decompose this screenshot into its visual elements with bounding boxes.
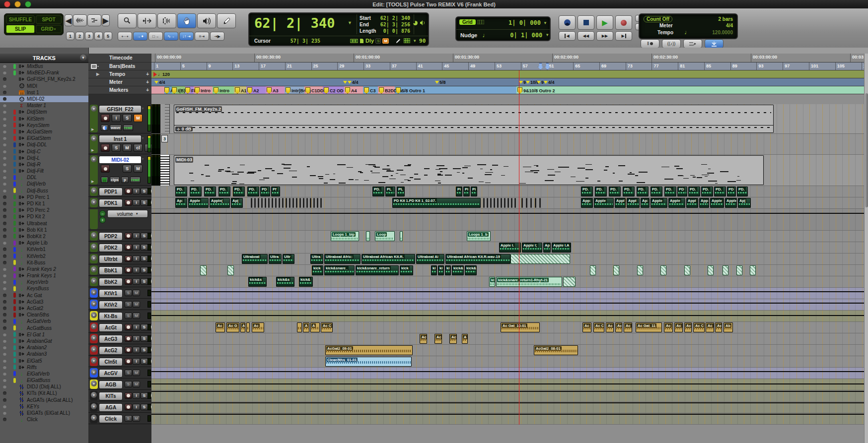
grid-value-icon[interactable] — [404, 38, 410, 43]
timeline-insertion-icon[interactable] — [350, 39, 358, 43]
lane-kits[interactable] — [151, 390, 864, 402]
track-I-button[interactable]: I — [133, 199, 140, 206]
clip-icon[interactable] — [360, 38, 364, 44]
tracklist-item[interactable]: AcGatStem — [0, 128, 88, 135]
track-name-box[interactable]: Ultrbt — [99, 255, 123, 263]
clip[interactable]: Ac — [684, 322, 692, 332]
track-visibility-dot[interactable] — [3, 398, 6, 402]
tracklist-item[interactable]: AcGat3 — [0, 299, 88, 305]
tracklist-item[interactable]: PD Perc 2 — [0, 207, 88, 213]
clip[interactable]: kick — [400, 265, 413, 275]
collapse-chevron-icon[interactable]: ▼ — [91, 278, 97, 284]
midi-event-bar[interactable] — [251, 198, 252, 208]
zoom-out-arrow-button[interactable]: ◀ — [65, 14, 72, 26]
clip[interactable]: Ap: — [641, 198, 650, 208]
zoom-preset-2[interactable]: 2 — [75, 32, 84, 40]
pencil-tool-button[interactable] — [217, 13, 236, 28]
midi-event-bar[interactable] — [497, 198, 499, 208]
track-I-button[interactable]: I — [112, 114, 121, 122]
lane-acg3[interactable]: AcAcAcA — [151, 333, 864, 345]
track-visibility-dot[interactable] — [3, 313, 6, 316]
midi-event-bar[interactable] — [282, 198, 284, 208]
bars-ruler[interactable]: 1591317212529333741454953576165697377818… — [151, 63, 864, 70]
track-visibility-dot[interactable] — [3, 346, 6, 349]
track-I-button[interactable]: I — [133, 255, 140, 262]
track-cl-button[interactable]: cl — [134, 144, 143, 152]
tracklist-item[interactable]: Ac Gat — [0, 292, 88, 299]
clip[interactable]: A — [462, 334, 468, 344]
track-record-button[interactable] — [101, 114, 110, 122]
clip[interactable]: Ac — [615, 322, 622, 332]
track-I-button[interactable]: I — [133, 278, 140, 285]
clip-volume-line[interactable] — [174, 125, 773, 126]
clip[interactable]: kick&snare_ — [324, 265, 355, 275]
end-value[interactable]: 62| 3| 256 — [379, 21, 410, 28]
clip[interactable]: PD. — [204, 187, 216, 196]
tracklist-item[interactable]: ↓KitVerb1 — [0, 246, 88, 253]
clip[interactable]: PD. — [714, 187, 726, 196]
length-value[interactable]: 0| 0| 876 — [379, 28, 410, 34]
tracks-panel-menu-button[interactable]: ▼ — [80, 55, 86, 61]
tracklist-item[interactable]: Inst 1 — [0, 89, 88, 96]
track-visibility-dot[interactable] — [3, 385, 6, 388]
memory-marker[interactable]: Intro — [214, 87, 229, 94]
track-visibility-dot[interactable] — [3, 300, 6, 304]
mute-badge[interactable]: M — [382, 38, 389, 44]
collapse-chevron-icon[interactable]: ▼ — [91, 255, 97, 261]
collapse-chevron-icon[interactable]: ▼ — [91, 266, 97, 272]
track-visibility-dot[interactable] — [3, 222, 6, 225]
tracklist-item[interactable]: BobKit 2 — [0, 233, 88, 240]
clip[interactable]: Loops 1_bip — [331, 231, 359, 241]
clip[interactable]: kick&s — [248, 277, 267, 287]
tracklist-item[interactable]: Didj-Filt — [0, 168, 88, 174]
midi-event-bar[interactable] — [487, 198, 488, 208]
tracklist-item[interactable]: DidjStem — [0, 109, 88, 115]
clip[interactable] — [660, 265, 666, 275]
tracklist-item[interactable]: PD Perc 1 — [0, 194, 88, 200]
tracklist-item[interactable]: ↓Kit-Buss — [0, 259, 88, 266]
fast-forward-button[interactable]: ▶▶ — [596, 31, 613, 41]
tracklist-item[interactable]: Ultrabeat — [0, 220, 88, 227]
track-visibility-dot[interactable] — [3, 91, 6, 94]
edit-mode-slip[interactable]: SLIP — [6, 25, 35, 33]
track-record-button[interactable] — [101, 144, 110, 152]
track-read-button[interactable]: read — [130, 177, 141, 183]
clip[interactable]: PD. — [651, 187, 662, 196]
main-counter-dropdown[interactable]: ▼ — [348, 20, 352, 25]
meter-event[interactable]: 4/4 — [154, 80, 165, 85]
clip[interactable] — [400, 231, 403, 241]
tracklist-item[interactable]: ΣMaster 1 — [0, 102, 88, 109]
midi-event-bar[interactable] — [494, 198, 495, 208]
clip[interactable]: Ultrabeat African Kit.R.wav-19 — [445, 254, 510, 264]
edit-mode-grid[interactable]: GRID ▼ — [36, 25, 62, 33]
track-M-button[interactable]: M — [134, 165, 143, 173]
track-I-button[interactable]: I — [133, 324, 140, 330]
track-visibility-dot[interactable] — [3, 77, 6, 81]
track-visibility-dot[interactable] — [3, 130, 6, 133]
tracklist-item[interactable]: GoFISH_FM_Key2s.2 — [0, 76, 88, 82]
track-visibility-dot[interactable] — [3, 182, 6, 186]
clip[interactable]: ki — [431, 265, 437, 275]
clip[interactable]: Ac C — [593, 322, 604, 332]
grid-icon[interactable] — [477, 20, 484, 24]
clip[interactable]: PD. — [218, 187, 230, 196]
tracklist-item[interactable]: PD Kit 1 — [0, 200, 88, 207]
track-record-button[interactable] — [125, 404, 132, 410]
track-S-button[interactable]: S — [123, 165, 132, 173]
track-visibility-dot[interactable] — [3, 287, 6, 290]
grid-value-dropdown[interactable]: ▼ — [413, 39, 417, 43]
meter-ruler[interactable]: 4/44/45/8910/894/4 — [151, 78, 864, 86]
tracklist-item[interactable]: AcGat2 — [0, 305, 88, 312]
track-record-button[interactable] — [125, 335, 132, 342]
tracklist-item[interactable]: Apple Lib — [0, 240, 88, 246]
playlist-arrow-icon[interactable]: ▶ — [91, 127, 94, 131]
midi-event-bar[interactable] — [514, 198, 516, 208]
track-I-button[interactable]: I — [133, 404, 140, 410]
zoom-preset-1[interactable]: 1 — [66, 32, 74, 40]
track-I-button[interactable]: I — [133, 347, 140, 353]
clip[interactable]: PD. — [664, 187, 676, 196]
clip[interactable]: PD — [727, 187, 736, 196]
track-S-button[interactable]: S — [141, 188, 148, 194]
tracklist-item[interactable]: ↓ElGatBuss — [0, 377, 88, 383]
track-S-button[interactable]: S — [141, 244, 148, 251]
